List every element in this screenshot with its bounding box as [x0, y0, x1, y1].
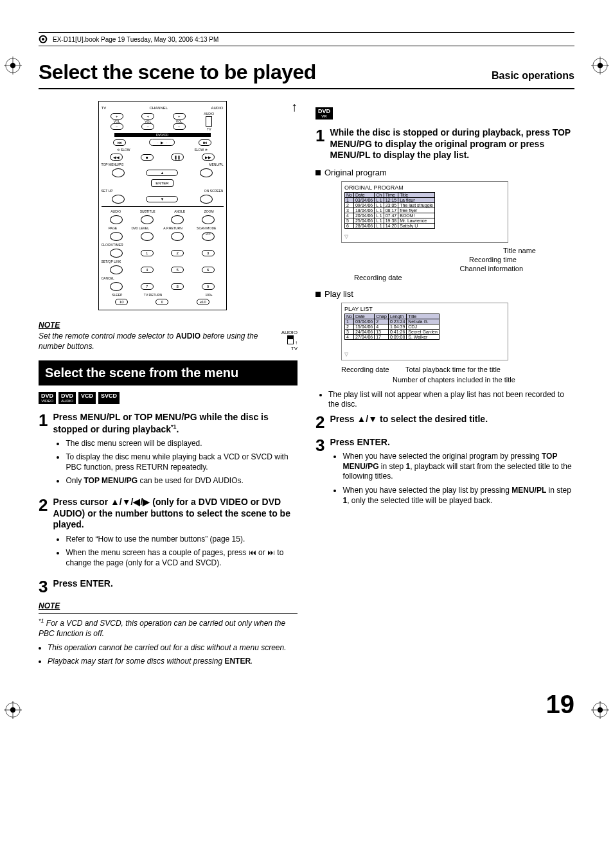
original-program-annotations: Title name Recording time Channel inform… — [341, 247, 574, 281]
remote-illustration: TVCHANNELAUDIO +VOL− +VOL− +VOL− AUDIOTV… — [98, 101, 227, 310]
play-list-annotations: Recording date Total playback time for t… — [341, 364, 574, 375]
right-step-1: 1 While the disc is stopped or during pl… — [315, 127, 574, 161]
book-header: EX-D11[U].book Page 19 Tuesday, May 30, … — [39, 32, 574, 46]
section-bar: Select the scene from the menu — [39, 360, 298, 385]
step-1: 1 Press MENU/PL or TOP MENU/PG while the… — [39, 412, 298, 490]
original-program-heading: Original program — [315, 168, 574, 177]
svg-point-18 — [42, 38, 44, 40]
note-body: Set the remote control mode selector to … — [39, 331, 268, 351]
play-list-table: PLAY LIST NoDateChapLengthTitle 103/04/0… — [341, 303, 508, 360]
play-list-heading: Play list — [315, 289, 574, 299]
note-heading: NOTE — [39, 601, 298, 610]
page-title: Select the scene to be played — [39, 60, 316, 84]
regmark-icon — [591, 57, 609, 75]
play-list-note: The play list will not appear when a pla… — [328, 390, 574, 410]
regmark-icon — [4, 57, 22, 75]
regmark-icon — [4, 701, 22, 719]
header-text: EX-D11[U].book Page 19 Tuesday, May 30, … — [53, 36, 218, 43]
orb-icon — [39, 35, 48, 44]
step-3: 3 Press ENTER. — [39, 578, 298, 595]
footnote: Playback may start for some discs withou… — [48, 657, 298, 667]
original-program-table: ORIGINAL PROGRAM NoDateChTimeTitle 103/0… — [341, 181, 508, 243]
section-label: Basic operations — [492, 70, 574, 82]
step-2: 2 Press cursor ▲/▼/◀/▶ (only for a DVD V… — [39, 497, 298, 572]
page-number: 19 — [39, 690, 574, 719]
format-badges: DVDVIDEO DVDAUDIO VCD SVCD — [39, 392, 298, 404]
right-step-3: 3 Press ENTER. When you have selected th… — [315, 437, 574, 509]
play-list-annotations: Number of chapters included in the title — [341, 376, 574, 384]
mode-slider-icon: AUDIO ↑ TV — [274, 330, 298, 351]
footnote: This operation cannot be carried out for… — [48, 643, 298, 653]
footnote: *1 For a VCD and SVCD, this operation ca… — [39, 617, 298, 639]
note-heading: NOTE — [39, 321, 298, 330]
right-step-2: 2 Press ▲/▼ to select the desired title. — [315, 414, 574, 430]
regmark-icon — [591, 701, 609, 719]
arrow-up-icon: ↑ — [290, 100, 298, 114]
format-badge-vr: DVDVR — [315, 107, 574, 120]
